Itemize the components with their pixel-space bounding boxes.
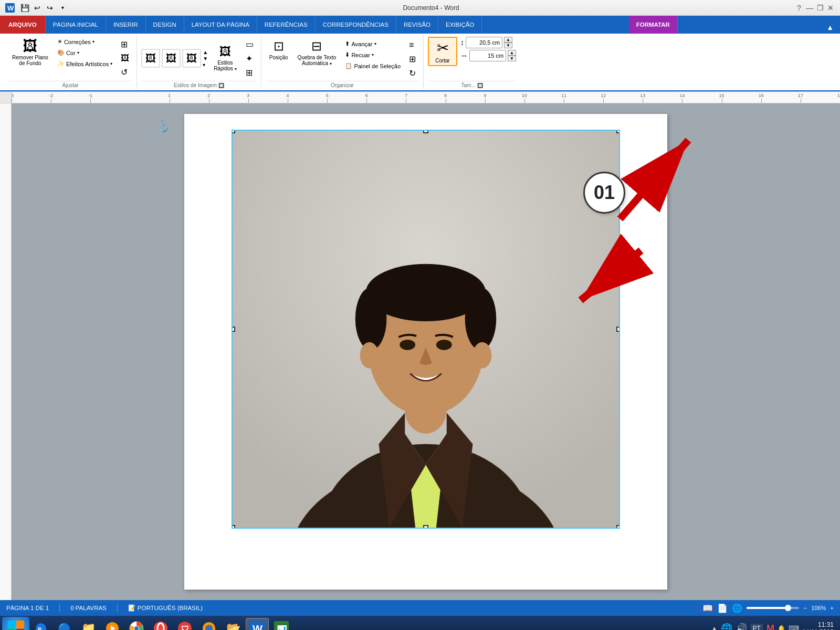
handle-top-right[interactable] [616,130,620,133]
print-layout-btn[interactable]: 📄 [717,603,728,613]
person-portrait-svg [233,131,619,528]
document-image[interactable] [232,130,620,529]
agrupar-button[interactable]: ⊞ [406,52,419,66]
width-input[interactable] [469,50,506,61]
estilos-rapidos-button[interactable]: 🖼 EstilosRápidos ▾ [210,43,240,74]
taskbar-chrome-btn[interactable] [125,618,148,630]
taskbar-bluetooth-btn[interactable]: 🔵 [52,618,76,630]
avancar-button[interactable]: ⬆ Avançar ▾ [342,39,404,49]
svg-point-13 [465,287,497,350]
style-expand-arrow[interactable]: ▾ [203,62,208,68]
posicao-icon: ⊡ [274,39,284,54]
tab-arquivo[interactable]: ARQUIVO [0,16,46,34]
painel-label: Painel de Seleção [354,63,401,69]
quebra-texto-button[interactable]: ⊟ Quebra de TextoAutomática ▾ [294,37,340,68]
style-preset-3[interactable]: 🖼 [182,49,201,68]
alinhar-button[interactable]: ≡ [406,39,419,51]
cor-button[interactable]: 🎨 Cor ▾ [54,48,116,58]
svg-point-16 [360,342,379,369]
tray-keyboard[interactable]: ⌨ [789,624,799,630]
reset-picture-button[interactable]: ↺ [118,66,132,79]
taskbar-folder-btn[interactable]: 📂 [222,618,245,630]
vertical-ruler [0,103,12,600]
girar-button[interactable]: ↻ [406,67,419,80]
tray-network[interactable]: 🌐 [721,623,732,630]
redo-quick-btn[interactable]: ↪ [44,2,56,14]
taskbar-opera-btn[interactable] [149,618,172,630]
read-mode-btn[interactable]: 📖 [702,603,713,613]
compress-images-button[interactable]: ⊞ [118,38,132,51]
tray-clock[interactable]: 11:31 14/11/2018 [802,621,834,630]
width-up-btn[interactable]: ▲ [508,50,516,56]
taskbar-word-btn[interactable]: W [246,618,269,630]
taskbar-ie-btn[interactable]: e [30,618,51,630]
change-picture-button[interactable]: 🖼 [118,52,132,65]
svg-point-17 [473,342,492,369]
cortar-button[interactable]: ✂ Cortar [428,37,457,66]
estilos-rapidos-label: EstilosRápidos ▾ [214,60,236,71]
handle-top-center[interactable] [423,130,428,133]
handle-top-left[interactable] [232,130,235,133]
taskbar-media-btn[interactable] [101,618,124,630]
handle-bottom-right[interactable] [616,525,620,529]
zoom-minus[interactable]: − [803,605,807,611]
tab-referencias[interactable]: REFERÊNCIAS [257,16,316,34]
taskbar-antivirus-btn[interactable]: 🛡 [173,618,196,630]
posicao-button[interactable]: ⊡ Posição [266,37,292,62]
taskbar-firefox-btn[interactable] [197,618,220,630]
handle-middle-right[interactable] [616,327,620,332]
layout-imagem-button[interactable]: ⊞ [243,66,257,79]
correcoes-button[interactable]: ☀ Correções ▾ [54,37,116,47]
height-up-btn[interactable]: ▲ [504,37,512,43]
tab-pagina-inicial[interactable]: PÁGINA INICIAL [46,16,106,34]
document-page: ⚓ [184,114,667,590]
style-up-arrow[interactable]: ▲ [203,49,208,55]
start-button[interactable] [2,617,29,630]
zoom-level[interactable]: 106% [811,605,826,611]
minimize-button[interactable]: — [804,3,815,13]
tray-icons-more[interactable]: 🔔 [778,625,785,630]
taskbar-sheets-btn[interactable]: 📊 [270,618,293,630]
handle-bottom-center[interactable] [423,525,428,529]
zoom-plus[interactable]: + [830,605,834,611]
web-view-btn[interactable]: 🌐 [732,603,742,613]
tab-revisao[interactable]: REVISÃO [396,16,438,34]
tab-exibicao[interactable]: EXIBIÇÃO [438,16,482,34]
tab-correspondencias[interactable]: CORRESPONDÊNCIAS [316,16,396,34]
tab-design[interactable]: DESIGN [146,16,184,34]
painel-selecao-button[interactable]: 📋 Painel de Seleção [342,61,404,71]
svg-text:🛡: 🛡 [181,624,189,630]
style-preset-2[interactable]: 🖼 [162,49,181,68]
remove-background-button[interactable]: 🖼 Remover Planode Fundo [8,37,52,68]
width-down-btn[interactable]: ▼ [508,56,516,61]
tray-lang[interactable]: PT [750,624,763,630]
tray-volume[interactable]: 🔊 [736,623,747,630]
tab-formatar[interactable]: FORMATAR [629,16,678,34]
tray-mail[interactable]: M [766,623,774,631]
efeitos-imagem-button[interactable]: ✦ [243,52,257,65]
close-button[interactable]: ✕ [825,3,836,13]
tray-up-arrow[interactable]: ▲ [711,625,718,630]
save-quick-btn[interactable]: 💾 [19,2,30,14]
style-preset-1[interactable]: 🖼 [141,49,160,68]
taskbar-explorer-btn[interactable]: 📁 [77,618,100,630]
title-bar: W 💾 ↩ ↪ ▾ Documento4 - Word ? — ❐ ✕ [0,0,840,16]
help-button[interactable]: ? [794,3,804,13]
efeitos-artisticos-button[interactable]: ✨ Efeitos Artísticos ▾ [54,59,116,69]
height-down-btn[interactable]: ▼ [504,43,512,48]
borda-imagem-button[interactable]: ▭ [243,38,257,51]
style-down-arrow[interactable]: ▼ [203,56,208,61]
zoom-thumb[interactable] [785,605,791,611]
restore-button[interactable]: ❐ [815,3,825,13]
tab-layout[interactable]: LAYOUT DA PÁGINA [184,16,257,34]
ribbon-collapse-btn[interactable]: ▲ [824,21,836,34]
handle-middle-left[interactable] [232,327,235,332]
tab-inserir[interactable]: INSERIR [106,16,146,34]
handle-bottom-left[interactable] [232,525,235,529]
quick-access-more[interactable]: ▾ [57,2,68,14]
recuar-button[interactable]: ⬇ Recuar ▾ [342,50,404,60]
height-input[interactable] [466,37,502,48]
size-inputs: ↕ ▲ ▼ ↔ ▲ ▼ [460,37,516,61]
undo-quick-btn[interactable]: ↩ [32,2,43,14]
language-indicator[interactable]: 📝 PORTUGUÊS (BRASIL) [128,604,203,612]
